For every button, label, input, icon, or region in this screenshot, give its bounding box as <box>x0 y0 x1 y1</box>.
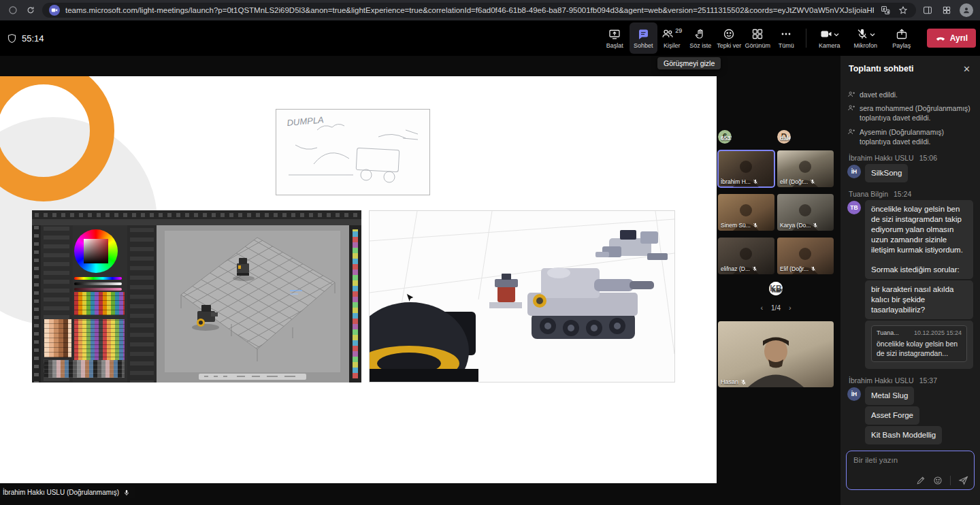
avatar: İH <box>847 387 861 401</box>
share-button[interactable]: Paylaş <box>884 22 919 54</box>
participant-tile[interactable]: elif (Doğr... <box>777 150 834 187</box>
quote-text: öncelikle kolay gelsin ben de sizi insta… <box>877 340 962 358</box>
translate-icon[interactable] <box>879 4 892 16</box>
address-bar[interactable]: teams.microsoft.com/light-meetings/launc… <box>42 3 916 18</box>
people-icon <box>662 28 674 40</box>
shield-timer-icon <box>7 33 17 44</box>
participant-tile[interactable]: Elif (Doğr... <box>777 238 834 274</box>
browser-actions <box>921 3 973 17</box>
meeting-toolbar: 55:14 Başlat Sohbet 29 Kişiler Söz iste … <box>0 20 980 56</box>
participant-name: daleen (D... <box>780 135 791 142</box>
participant-name: elif (Doğr... <box>780 178 808 185</box>
quoted-message[interactable]: Tuana... 10.12.2025 15:24 öncelikle kola… <box>871 325 967 362</box>
chat-message: SilkSong İH SilkSong <box>847 164 973 182</box>
svg-text:DUMPLA: DUMPLA <box>287 114 324 128</box>
people-count: 29 <box>675 27 682 34</box>
chat-message: öncelikle kolay gelsin ben de sizi insta… <box>847 200 973 280</box>
participant-tile[interactable]: Sinem Sü... <box>718 194 774 231</box>
profile-avatar[interactable] <box>960 3 973 17</box>
people-button[interactable]: 29 Kişiler <box>658 22 686 54</box>
chevron-down-icon[interactable] <box>834 32 839 37</box>
spotlight-tile[interactable]: Hasan <box>718 321 834 387</box>
start-share-button[interactable]: Başlat <box>601 22 629 54</box>
dome-robot <box>370 302 478 382</box>
app-layers-panel <box>127 225 157 382</box>
drone-robot <box>595 230 668 260</box>
message-bubble[interactable]: Tuana... 10.12.2025 15:24 öncelikle kola… <box>865 321 973 369</box>
participant-tile[interactable]: elifnaz (D... <box>718 238 774 274</box>
participant-tile[interactable]: 6 653346 <box>718 130 732 144</box>
message-author: İbrahim Hakkı USLU <box>849 376 914 385</box>
participant-tile[interactable]: D daleen (D... <box>777 130 791 144</box>
participant-tile[interactable]: KB Kardelen ... <box>769 282 783 295</box>
event-text: davet edildi. <box>860 90 898 99</box>
mic-muted-icon <box>753 223 758 228</box>
chevron-down-icon[interactable] <box>870 32 875 37</box>
event-text: Aysemin (Doğrulanmamış) toplantıya davet… <box>860 127 973 146</box>
send-icon[interactable] <box>958 475 968 485</box>
mic-muted-icon <box>810 179 815 184</box>
participant-name: Karya (Do... <box>780 222 811 229</box>
extensions-icon[interactable] <box>941 4 953 16</box>
chat-header: Toplantı sohbeti ✕ <box>840 56 980 82</box>
color-wheel <box>74 229 118 273</box>
app-tool-column <box>32 225 41 382</box>
microphone-button[interactable]: Mikrofon <box>848 22 883 54</box>
message-time: 15:37 <box>919 376 937 385</box>
share-screen-icon <box>896 28 908 40</box>
message-author: Tuana Bilgin <box>849 190 888 198</box>
message-bubble[interactable]: bir karakteri nasıl akılda kalıcı bir şe… <box>865 280 973 319</box>
skin-tone-palette <box>44 319 71 357</box>
chat-input-box[interactable] <box>846 451 975 490</box>
participant-tile[interactable]: Karya (Do... <box>777 194 834 231</box>
participant-name: Hasan <box>721 378 738 385</box>
shared-screen-content: DUMPLA <box>0 76 717 483</box>
close-icon[interactable]: ✕ <box>963 64 970 74</box>
participant-name: Sinem Sü... <box>721 222 751 229</box>
chat-message: Metal Slug İH Metal Slug <box>847 387 973 405</box>
chat-message: sera mohammed (Doğrulanmamış) toplantıya… <box>847 103 973 123</box>
message-bubble[interactable]: Asset Forge <box>865 406 919 425</box>
bookmark-star-icon[interactable] <box>897 4 909 16</box>
chat-message: davet edildi. davet edildi. <box>847 90 973 99</box>
camera-button[interactable]: Kamera <box>812 22 847 54</box>
emoji-icon[interactable] <box>933 476 943 485</box>
camera-icon <box>820 28 832 40</box>
message-bubble[interactable]: SilkSong <box>865 164 908 182</box>
participant-tile[interactable]: İbrahim H... <box>718 150 774 187</box>
mic-icon <box>123 489 130 496</box>
quote-author: Tuana... <box>877 329 899 338</box>
leave-button[interactable]: Ayrıl <box>927 29 976 48</box>
page-prev-icon[interactable]: ‹ <box>760 304 763 312</box>
react-button[interactable]: Tepki ver <box>715 22 743 54</box>
tooltip: Görüşmeyi gizle <box>657 57 721 69</box>
quote-time: 10.12.2025 15:24 <box>914 329 962 338</box>
message-bubble[interactable]: öncelikle kolay gelsin ben de sizi insta… <box>865 200 973 280</box>
view-button[interactable]: Görünüm <box>744 22 772 54</box>
smiley-icon <box>723 28 735 40</box>
message-time: 15:24 <box>894 190 911 198</box>
participant-name: Kardelen ... <box>772 287 783 293</box>
more-button[interactable]: Tümü <box>772 22 800 54</box>
message-bubble[interactable]: Kit Bash Moddellig <box>865 426 942 444</box>
gray-palette <box>44 360 125 378</box>
message-input[interactable] <box>852 455 968 465</box>
mic-muted-icon <box>740 379 747 385</box>
message-text: öncelikle kolay gelsin ben de sizi insta… <box>871 204 967 276</box>
format-pen-icon[interactable] <box>916 476 926 485</box>
meeting-media-icon[interactable] <box>49 5 60 16</box>
color-sliders <box>74 277 122 291</box>
raise-hand-button[interactable]: Söz iste <box>687 22 715 54</box>
side-panel-icon[interactable] <box>921 4 934 16</box>
chat-message: İbrahim Hakkı USLU 15:37 <box>847 376 973 385</box>
person-add-icon <box>847 91 855 99</box>
shield-icon[interactable] <box>7 4 19 16</box>
chat-message: Tuana... 10.12.2025 15:24 öncelikle kola… <box>847 321 973 369</box>
chat-button[interactable]: Sohbet <box>630 22 657 54</box>
presenter-name-tag: İbrahim Hakkı USLU (Doğrulanmamış) <box>0 487 135 498</box>
reload-icon[interactable] <box>24 4 37 16</box>
page-next-icon[interactable]: › <box>789 304 791 312</box>
mic-muted-icon <box>752 266 757 272</box>
message-bubble[interactable]: Metal Slug <box>865 387 914 405</box>
event-text: sera mohammed (Doğrulanmamış) toplantıya… <box>860 103 973 123</box>
